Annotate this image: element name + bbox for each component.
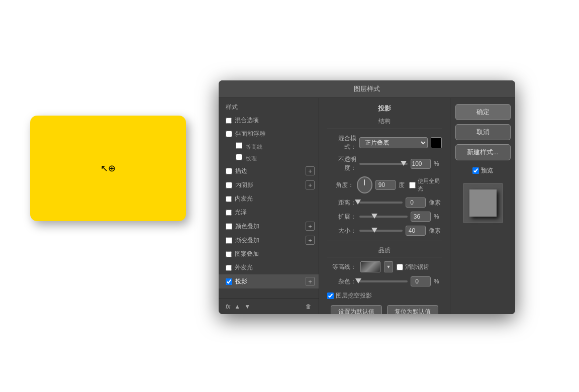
spread-slider[interactable]: [359, 216, 408, 218]
move-down-icon[interactable]: ▼: [244, 303, 250, 310]
spread-unit: %: [434, 213, 442, 220]
style-item-texture-sub[interactable]: 纹理: [219, 152, 319, 164]
bevel-checkbox[interactable]: [226, 131, 232, 137]
opacity-label: 不透明度：: [327, 155, 356, 172]
pattern-overlay-checkbox[interactable]: [226, 251, 232, 257]
styles-header: 样式: [219, 98, 319, 114]
contour-dropdown-btn[interactable]: ▼: [384, 261, 393, 272]
style-item-stroke[interactable]: 描边 +: [219, 164, 319, 178]
color-overlay-plus-btn[interactable]: +: [306, 222, 315, 231]
move-cursor-icon: ↖⊕: [101, 163, 116, 174]
noise-input[interactable]: [411, 276, 431, 286]
opacity-input[interactable]: [411, 159, 431, 169]
contour-row: 等高线： ▼ 消除锯齿: [327, 261, 442, 272]
quality-title: 品质: [327, 246, 442, 257]
distance-slider[interactable]: [359, 202, 403, 204]
preview-checkbox[interactable]: [472, 167, 479, 174]
canvas-preview: ↖⊕: [30, 116, 186, 221]
noise-row: 杂色： %: [327, 276, 442, 286]
preview-inner-box: [469, 189, 497, 217]
outer-glow-checkbox[interactable]: [226, 265, 232, 271]
blend-mode-label: 混合模式：: [327, 134, 356, 151]
preview-label: 预览: [481, 166, 493, 175]
ok-button[interactable]: 确定: [455, 104, 511, 120]
layer-knockout-checkbox[interactable]: [327, 292, 334, 299]
spread-label: 扩展：: [327, 213, 356, 221]
distance-label: 距离：: [327, 199, 356, 207]
preview-thumbnail: [463, 183, 503, 223]
style-item-inner-shadow[interactable]: 内阴影 +: [219, 178, 319, 192]
noise-slider[interactable]: [359, 280, 408, 282]
blend-options-checkbox[interactable]: [226, 118, 232, 124]
color-overlay-checkbox[interactable]: [226, 223, 232, 230]
reset-default-button[interactable]: 复位为默认值: [387, 305, 438, 314]
size-input[interactable]: [406, 226, 426, 236]
texture-sub-checkbox[interactable]: [236, 154, 242, 160]
style-item-pattern-overlay[interactable]: 图案叠加: [219, 247, 319, 261]
size-label: 大小：: [327, 227, 356, 235]
style-item-gradient-overlay[interactable]: 渐变叠加 +: [219, 233, 319, 247]
spread-row: 扩展： %: [327, 212, 442, 222]
new-style-button[interactable]: 新建样式...: [455, 144, 511, 160]
spread-input[interactable]: [411, 212, 431, 222]
set-default-button[interactable]: 设置为默认值: [331, 305, 382, 314]
layer-style-dialog: 图层样式 样式 混合选项 斜面和浮雕 等高线: [219, 80, 515, 314]
blend-mode-select[interactable]: 正片叠底 正常 溶解 变暗: [359, 137, 428, 148]
move-up-icon[interactable]: ▲: [234, 303, 240, 310]
dialog-title: 图层样式: [219, 80, 515, 98]
gradient-overlay-plus-btn[interactable]: +: [306, 236, 315, 245]
angle-label: 角度：: [327, 181, 354, 189]
size-row: 大小： 像素: [327, 226, 442, 236]
bottom-buttons-row: 设置为默认值 复位为默认值: [327, 305, 442, 314]
style-item-outer-glow[interactable]: 外发光: [219, 261, 319, 274]
contour-preview[interactable]: [360, 261, 380, 272]
style-item-color-overlay[interactable]: 颜色叠加 +: [219, 219, 319, 233]
noise-unit: %: [434, 278, 442, 285]
inner-glow-checkbox[interactable]: [226, 196, 232, 202]
angle-unit: 度: [399, 181, 406, 189]
style-item-satin[interactable]: 光泽: [219, 206, 319, 219]
cancel-button[interactable]: 取消: [455, 124, 511, 140]
angle-dial[interactable]: [357, 176, 372, 193]
contour-sub-checkbox[interactable]: [236, 142, 242, 149]
distance-row: 距离： 像素: [327, 198, 442, 208]
left-panel-footer: fx ▲ ▼ 🗑: [219, 299, 319, 314]
distance-input[interactable]: [406, 198, 426, 208]
size-slider[interactable]: [359, 230, 403, 232]
global-light-row: 使用全局光: [409, 177, 442, 192]
stroke-checkbox[interactable]: [226, 168, 232, 174]
size-unit: 像素: [429, 227, 442, 235]
satin-checkbox[interactable]: [226, 210, 232, 216]
contour-label: 等高线：: [327, 263, 356, 271]
angle-input[interactable]: [375, 180, 396, 190]
section-sub-title: 结构: [327, 117, 442, 129]
style-item-bevel[interactable]: 斜面和浮雕: [219, 127, 319, 141]
section-title: 投影: [327, 104, 442, 113]
opacity-unit: %: [434, 160, 442, 167]
delete-icon[interactable]: 🗑: [306, 303, 312, 310]
global-light-checkbox[interactable]: [409, 182, 416, 188]
gradient-overlay-checkbox[interactable]: [226, 237, 232, 244]
style-item-inner-glow[interactable]: 内发光: [219, 192, 319, 206]
style-item-contour-sub[interactable]: 等高线: [219, 141, 319, 152]
drop-shadow-plus-btn[interactable]: +: [306, 277, 315, 286]
left-panel: 样式 混合选项 斜面和浮雕 等高线 纹理: [219, 98, 319, 314]
distance-unit: 像素: [429, 199, 442, 207]
blend-color-swatch[interactable]: [431, 137, 442, 148]
inner-shadow-plus-btn[interactable]: +: [306, 180, 315, 189]
style-item-blend-options[interactable]: 混合选项: [219, 114, 319, 127]
inner-shadow-checkbox[interactable]: [226, 182, 232, 188]
layer-knockout-label: 图层挖空投影: [336, 291, 372, 300]
drop-shadow-checkbox[interactable]: [226, 278, 232, 285]
preview-check-row: 预览: [472, 166, 493, 175]
anti-alias-checkbox[interactable]: [397, 264, 403, 270]
opacity-slider[interactable]: [359, 163, 408, 165]
right-panel: 确定 取消 新建样式... 预览: [450, 98, 515, 314]
opacity-row: 不透明度： %: [327, 155, 442, 172]
stroke-plus-btn[interactable]: +: [306, 166, 315, 175]
angle-row: 角度： 度 使用全局光: [327, 176, 442, 193]
mid-panel: 投影 结构 混合模式： 正片叠底 正常 溶解 变暗 不透明度：: [319, 98, 450, 314]
anti-alias-label: 消除锯齿: [405, 263, 429, 271]
fx-label: fx: [226, 303, 230, 310]
style-item-drop-shadow[interactable]: 投影 +: [219, 274, 319, 288]
